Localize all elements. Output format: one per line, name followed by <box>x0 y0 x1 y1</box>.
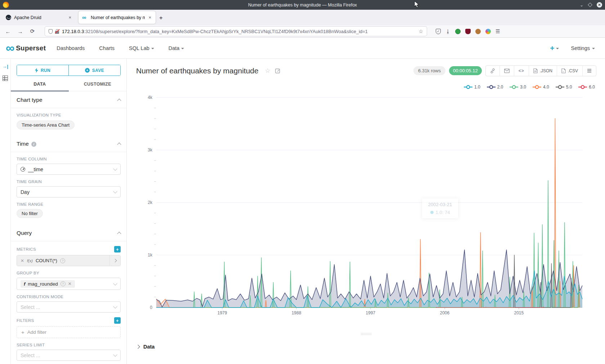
legend-item-2.0[interactable]: 2.0 <box>487 85 503 90</box>
dataset-grid-icon[interactable] <box>3 76 8 81</box>
navbar-item-data[interactable]: Data <box>169 45 184 51</box>
permissions-shield-icon[interactable]: ✓ <box>436 29 441 34</box>
insecure-lock-icon[interactable] <box>55 29 59 34</box>
svg-text:2k: 2k <box>148 200 153 205</box>
favorite-star-icon[interactable]: ☆ <box>265 67 270 74</box>
data-results-panel: Data <box>127 340 605 364</box>
expand-panel-icon[interactable]: →| <box>2 64 8 69</box>
url-text[interactable]: 172.18.0.3:32108/superset/explore/?form_… <box>62 29 416 34</box>
superset-logo-icon: ∞ <box>6 43 14 53</box>
minimize-icon[interactable]: ⌄ <box>580 3 583 7</box>
bolt-icon <box>35 68 38 73</box>
settings-menu[interactable]: Settings <box>571 45 595 51</box>
tab-customize[interactable]: CUSTOMIZE <box>69 82 127 91</box>
email-button[interactable] <box>499 66 514 76</box>
tab-data[interactable]: DATA <box>11 82 69 91</box>
navbar-item-sql-lab[interactable]: SQL Lab <box>129 45 154 51</box>
remove-metric-icon[interactable]: ✕ <box>21 258 24 263</box>
contribution-mode-select[interactable]: Select ... <box>17 301 121 313</box>
remove-column-icon[interactable]: ✕ <box>68 281 72 286</box>
legend-marker-icon <box>487 85 496 89</box>
legend-item-3.0[interactable]: 3.0 <box>510 85 526 90</box>
svg-text:1k: 1k <box>148 252 153 258</box>
resize-handle[interactable] <box>361 333 372 336</box>
series-limit-select[interactable]: Select ... <box>17 350 121 361</box>
legend-item-6.0[interactable]: 6.0 <box>578 85 595 90</box>
tracking-shield-icon[interactable] <box>49 29 53 34</box>
superset-logo[interactable]: ∞ Superset <box>6 43 46 53</box>
time-column-select[interactable]: __time <box>17 164 121 175</box>
group-by-label: GROUP BY <box>17 271 121 275</box>
embed-code-button[interactable]: <> <box>514 66 529 76</box>
mouse-cursor <box>414 1 420 9</box>
export-json-button[interactable]: .JSON <box>529 66 557 76</box>
add-metric-button[interactable]: + <box>114 246 121 252</box>
export-csv-button[interactable]: x .CSV <box>557 66 582 76</box>
navbar-item-charts[interactable]: Charts <box>99 45 115 51</box>
add-filter-plus-button[interactable]: + <box>114 317 121 324</box>
data-panel-toggle[interactable]: Data <box>127 340 605 350</box>
link-icon <box>490 68 495 73</box>
cookie-extension-icon[interactable] <box>475 29 481 34</box>
clock-icon <box>21 167 25 172</box>
legend-item-1.0[interactable]: 1.0 <box>464 85 480 90</box>
save-button[interactable]: + SAVE <box>68 65 120 76</box>
edit-title-icon[interactable] <box>275 68 281 73</box>
metrics-label: METRICS + <box>17 246 121 252</box>
url-bar[interactable]: 172.18.0.3:32108/superset/explore/?form_… <box>45 26 427 36</box>
chevron-up-icon <box>117 232 121 236</box>
row-count-badge: 6.31k rows <box>413 66 445 75</box>
svg-text:1988: 1988 <box>292 310 301 315</box>
new-item-button[interactable]: + <box>550 44 559 52</box>
bookmark-star-icon[interactable]: ☆ <box>418 28 423 34</box>
ublock-icon[interactable] <box>465 29 471 34</box>
new-tab-button[interactable]: + <box>159 14 163 22</box>
tab-apache-druid[interactable]: Apache Druid × <box>2 11 76 24</box>
menu-icon[interactable]: ☰ <box>496 29 500 34</box>
chart-legend: 1.02.03.04.05.06.0 <box>464 85 595 90</box>
legend-marker-icon <box>510 85 518 89</box>
metric-expand-button[interactable] <box>109 255 120 266</box>
share-link-button[interactable] <box>486 66 499 76</box>
restore-icon[interactable] <box>588 3 592 7</box>
group-by-chip[interactable]: f mag_rounded ? ✕ <box>21 280 75 288</box>
section-chart-type[interactable]: Chart type <box>11 91 126 108</box>
reload-icon[interactable]: ⟳ <box>28 28 37 35</box>
legend-item-5.0[interactable]: 5.0 <box>556 85 572 90</box>
time-grain-select[interactable]: Day <box>17 186 121 197</box>
metric-chip[interactable]: ✕ f(x) COUNT(*) ? <box>17 255 121 266</box>
group-by-select[interactable]: f mag_rounded ? ✕ <box>17 278 121 290</box>
browser-tab-bar: Apache Druid × ∞ Numer of earthquakes by… <box>0 10 605 25</box>
chevron-down-icon <box>113 167 117 170</box>
add-filter-box[interactable]: + Add filter <box>17 326 121 338</box>
viz-type-value[interactable]: Time-series Area Chart <box>17 120 75 129</box>
screen: Numer of earthquakes by magnitude — Mozi… <box>0 0 605 364</box>
legend-item-4.0[interactable]: 4.0 <box>533 85 549 90</box>
chevron-up-icon <box>117 99 121 103</box>
tab-label: Apache Druid <box>14 15 65 20</box>
back-icon[interactable]: ← <box>4 28 12 35</box>
download-icon[interactable]: ⭳ <box>445 29 451 34</box>
chart-tooltip: 2002-03-21 1.0: 74 <box>422 199 458 218</box>
forward-icon[interactable]: → <box>16 28 24 35</box>
timeseries-area-chart[interactable]: 01k2k3k4k19791988199720062015 <box>127 91 605 317</box>
series-dot-icon <box>430 211 434 214</box>
time-range-value[interactable]: No filter <box>17 209 43 218</box>
run-button[interactable]: RUN <box>17 65 68 76</box>
navbar-menu: DashboardsChartsSQL LabData <box>57 45 184 51</box>
tab-close-icon[interactable]: × <box>68 15 72 20</box>
caret-down-icon <box>556 48 559 49</box>
svg-text:0: 0 <box>150 305 152 310</box>
svg-text:1997: 1997 <box>366 310 376 315</box>
extension-green-icon[interactable] <box>455 29 461 34</box>
tab-earthquakes-active[interactable]: ∞ Numer of earthquakes by m × <box>79 11 156 24</box>
tab-close-icon[interactable]: × <box>148 15 152 20</box>
close-icon[interactable]: ✕ <box>597 2 602 8</box>
more-options-button[interactable] <box>582 66 596 76</box>
section-query[interactable]: Query <box>11 224 126 241</box>
svg-text:2006: 2006 <box>440 310 450 315</box>
extension-sparkle-icon[interactable] <box>485 29 491 34</box>
csv-file-icon: x <box>561 68 566 73</box>
navbar-item-dashboards[interactable]: Dashboards <box>57 45 85 51</box>
section-time[interactable]: Timei <box>11 135 126 152</box>
